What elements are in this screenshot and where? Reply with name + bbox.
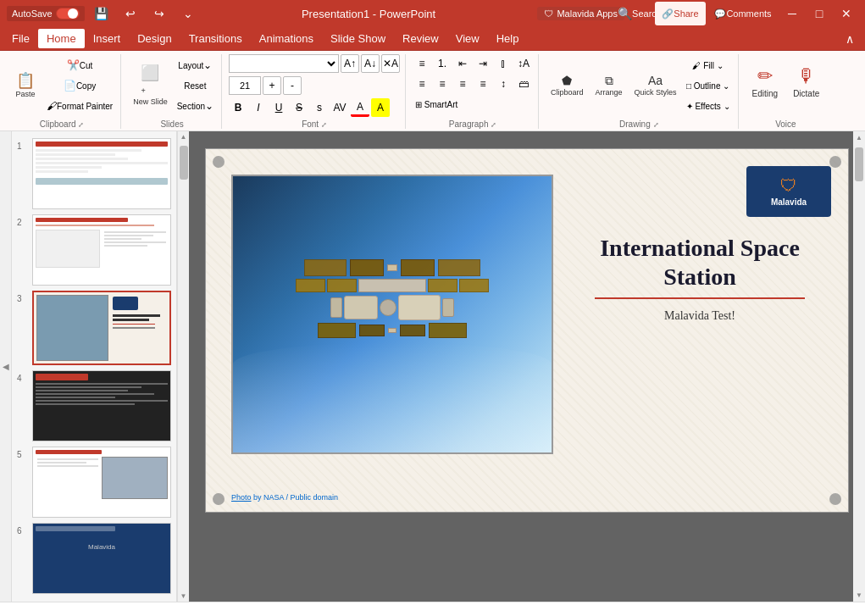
- text-columns-button[interactable]: ⫿: [494, 54, 513, 73]
- notes-area[interactable]: Click to add notes: [0, 602, 865, 616]
- slide-preview-4: [33, 371, 170, 441]
- slide-img-6: Malavida: [32, 523, 171, 594]
- shape-outline-button[interactable]: □ Outline ⌄: [684, 76, 733, 95]
- slide-subtitle[interactable]: Malavida Test!: [568, 309, 831, 323]
- menu-file[interactable]: File: [3, 29, 38, 48]
- text-direction-button[interactable]: ↕A: [514, 54, 533, 73]
- slide-title[interactable]: International Space Station: [568, 234, 831, 291]
- cut-button[interactable]: ✂️ Cut: [44, 56, 115, 75]
- slide-canvas[interactable]: 🛡 Malavida International Space Station M…: [205, 148, 849, 513]
- save-button[interactable]: 💾: [90, 2, 114, 25]
- slide-thumb-3[interactable]: 3: [17, 291, 171, 365]
- italic-button[interactable]: I: [249, 98, 268, 117]
- undo-button[interactable]: ↩: [119, 2, 142, 25]
- menu-insert[interactable]: Insert: [85, 29, 130, 48]
- slide-num-6: 6: [17, 526, 27, 536]
- font-family-select[interactable]: [229, 54, 339, 73]
- dictate-button[interactable]: 🎙 Dictate: [786, 62, 826, 110]
- layout-button[interactable]: Layout ⌄: [175, 56, 216, 75]
- autosave-label: AutoSave: [12, 8, 53, 19]
- autosave-badge[interactable]: AutoSave: [7, 6, 85, 21]
- clear-formatting-button[interactable]: ✕A: [381, 54, 400, 73]
- panel-scroll-thumb[interactable]: [180, 146, 188, 180]
- font-size-down-button[interactable]: -: [283, 76, 302, 95]
- bold-button[interactable]: B: [229, 98, 247, 117]
- restore-button[interactable]: □: [807, 2, 831, 25]
- work-scroll-thumb[interactable]: [855, 147, 863, 181]
- justify-button[interactable]: ≡: [474, 75, 492, 93]
- dictate-icon: 🎙: [797, 65, 816, 87]
- char-spacing-button[interactable]: AV: [330, 98, 349, 117]
- menu-slideshow[interactable]: Slide Show: [322, 29, 394, 48]
- paragraph-label: Paragraph ⤢: [408, 119, 538, 129]
- ribbon-collapse-button[interactable]: ∧: [838, 27, 862, 51]
- customize-qat-button[interactable]: ⌄: [176, 2, 200, 25]
- reset-button[interactable]: Reset: [175, 76, 216, 95]
- slide-thumb-4[interactable]: 4: [17, 370, 171, 441]
- copy-button[interactable]: 📄 Copy: [44, 76, 115, 95]
- slide-num-4: 4: [17, 374, 27, 383]
- panel-scroll-up[interactable]: ▲: [179, 131, 189, 142]
- photo-credit-link[interactable]: Photo: [231, 493, 252, 502]
- panel-scroll-down[interactable]: ▼: [179, 591, 189, 602]
- decrease-indent-button[interactable]: ⇤: [453, 54, 472, 73]
- share-button[interactable]: 🔗 Share: [655, 2, 706, 25]
- text-highlight-button[interactable]: A: [371, 98, 390, 117]
- quick-styles-button[interactable]: Aa Quick Styles: [629, 71, 682, 100]
- malavida-logo-text: Malavida: [771, 197, 807, 207]
- para-row-3: ⊞ SmartArt: [413, 95, 533, 114]
- slide-panel-container: ◀ 1: [0, 131, 189, 602]
- new-slide-icon: ⬜+: [141, 65, 159, 96]
- decrease-font-size-button[interactable]: A↓: [361, 54, 380, 73]
- format-painter-button[interactable]: 🖌 Format Painter: [44, 97, 115, 115]
- arrange-button[interactable]: ⧉ Arrange: [591, 71, 628, 100]
- align-left-button[interactable]: ≡: [413, 75, 431, 93]
- shapes-button[interactable]: ⬟ Clipboard: [546, 71, 589, 100]
- autosave-toggle[interactable]: [56, 8, 80, 19]
- section-button[interactable]: Section ⌄: [175, 97, 216, 115]
- strikethrough-button[interactable]: S: [290, 98, 308, 117]
- paste-button[interactable]: 📋 Paste: [8, 69, 42, 102]
- line-spacing-button[interactable]: ↕: [494, 75, 513, 93]
- menu-view[interactable]: View: [447, 29, 488, 48]
- smart-art-button[interactable]: 🗃: [514, 75, 533, 93]
- close-button[interactable]: ✕: [835, 2, 858, 25]
- ribbon: 📋 Paste ✂️ Cut 📄 Copy 🖌 Format Painter C…: [0, 51, 865, 131]
- menu-design[interactable]: Design: [129, 29, 180, 48]
- increase-indent-button[interactable]: ⇥: [474, 54, 492, 73]
- slide-img-4: [32, 370, 171, 441]
- font-size-up-button[interactable]: +: [263, 76, 281, 95]
- slide-thumb-6[interactable]: 6 Malavida: [17, 523, 171, 594]
- work-scroll-up[interactable]: ▲: [853, 131, 865, 144]
- shadow-button[interactable]: s: [310, 98, 329, 117]
- minimize-button[interactable]: ─: [780, 2, 804, 25]
- shape-effects-button[interactable]: ✦ Effects ⌄: [684, 97, 733, 115]
- increase-font-size-button[interactable]: A↑: [341, 54, 359, 73]
- new-slide-button[interactable]: ⬜+ New Slide: [128, 62, 173, 109]
- shape-fill-button[interactable]: 🖌 Fill ⌄: [684, 56, 733, 75]
- search-ribbon-button[interactable]: 🔍 Search: [628, 2, 652, 25]
- menu-help[interactable]: Help: [488, 29, 528, 48]
- underline-button[interactable]: U: [269, 98, 288, 117]
- slide-thumb-1[interactable]: 1: [17, 138, 171, 209]
- comments-button[interactable]: 💬 Comments: [709, 2, 777, 25]
- slide-thumb-5[interactable]: 5: [17, 447, 171, 518]
- photo-credit: Photo by NASA / Public domain: [231, 493, 338, 502]
- slide-thumb-2[interactable]: 2: [17, 214, 171, 286]
- editing-button[interactable]: ✏ Editing: [746, 62, 785, 110]
- work-scroll-down[interactable]: ▼: [853, 589, 865, 602]
- menu-animations[interactable]: Animations: [251, 29, 322, 48]
- bullets-button[interactable]: ≡: [413, 54, 431, 73]
- redo-button[interactable]: ↪: [147, 2, 171, 25]
- align-center-button[interactable]: ≡: [433, 75, 452, 93]
- menu-transitions[interactable]: Transitions: [180, 29, 251, 48]
- convert-to-smartart-button[interactable]: ⊞ SmartArt: [413, 95, 460, 114]
- panel-collapse-button[interactable]: ◀: [0, 131, 12, 602]
- malavida-logo-icon: 🛡: [780, 176, 797, 196]
- align-right-button[interactable]: ≡: [453, 75, 472, 93]
- menu-review[interactable]: Review: [394, 29, 447, 48]
- numbering-button[interactable]: 1.: [433, 54, 452, 73]
- font-color-button[interactable]: A: [351, 98, 369, 117]
- font-size-input[interactable]: [229, 76, 261, 95]
- menu-home[interactable]: Home: [38, 29, 85, 48]
